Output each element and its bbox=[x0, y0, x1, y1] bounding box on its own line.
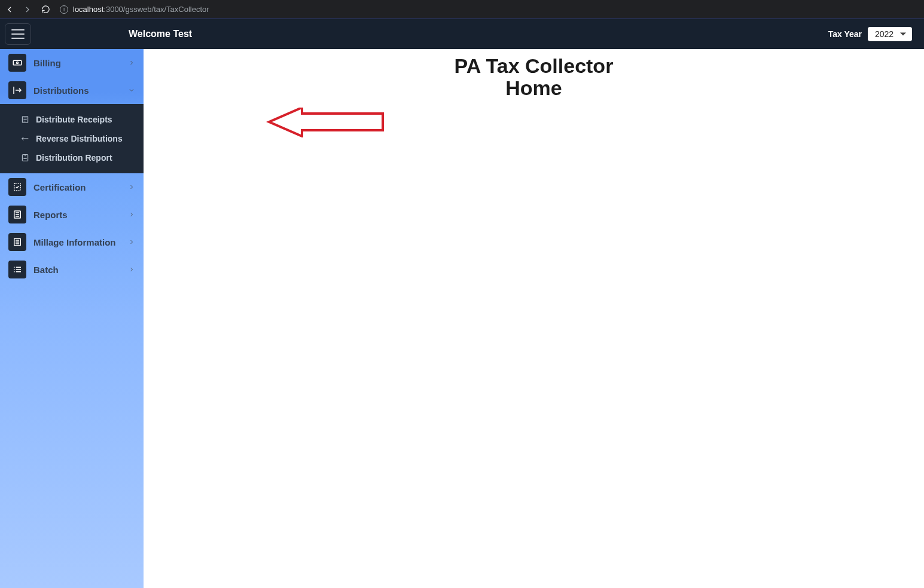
sidebar-item-batch[interactable]: Batch bbox=[0, 256, 144, 283]
hamburger-menu-button[interactable] bbox=[5, 23, 31, 45]
sidebar-item-label: Distributions bbox=[33, 85, 89, 96]
chevron-right-icon bbox=[128, 265, 135, 275]
sidebar-item-certification[interactable]: Certification bbox=[0, 173, 144, 201]
page-title-line1: PA Tax Collector bbox=[235, 55, 833, 77]
batch-icon bbox=[8, 261, 26, 278]
svg-point-1 bbox=[17, 62, 19, 64]
sidebar-item-billing[interactable]: Billing bbox=[0, 49, 144, 76]
sidebar-item-label: Batch bbox=[33, 265, 59, 275]
sidebar-item-distributions[interactable]: Distributions bbox=[0, 76, 144, 104]
submenu-item-label: Distribute Receipts bbox=[36, 115, 112, 124]
chevron-right-icon bbox=[128, 210, 135, 220]
submenu-item-label: Reverse Distributions bbox=[36, 134, 123, 143]
tax-year-select[interactable]: 2022 bbox=[868, 27, 912, 41]
page-title-line2: Home bbox=[235, 77, 833, 99]
tax-year-label: Tax Year bbox=[828, 29, 862, 39]
url-host: localhost bbox=[73, 5, 103, 14]
sidebar-item-label: Certification bbox=[33, 182, 86, 192]
main-content: PA Tax Collector Home bbox=[144, 49, 924, 588]
billing-icon bbox=[8, 54, 26, 72]
welcome-text: Welcome Test bbox=[129, 29, 192, 39]
distributions-submenu: Distribute Receipts Reverse Distribution… bbox=[0, 104, 144, 173]
certification-icon bbox=[8, 178, 26, 196]
submenu-item-distribute-receipts[interactable]: Distribute Receipts bbox=[0, 110, 144, 129]
sidebar-item-label: Reports bbox=[33, 210, 68, 220]
nav-back-button[interactable] bbox=[5, 5, 14, 14]
svg-rect-0 bbox=[13, 60, 22, 65]
chevron-down-icon bbox=[128, 85, 135, 96]
sidebar-item-label: Billing bbox=[33, 58, 61, 68]
browser-nav bbox=[5, 5, 50, 14]
sidebar: Billing Distributions Distribute Receipt… bbox=[0, 49, 144, 588]
address-bar[interactable]: i localhost:3000/gssweb/tax/TaxCollector bbox=[57, 5, 919, 14]
nav-reload-button[interactable] bbox=[41, 5, 50, 14]
submenu-item-distribution-report[interactable]: Distribution Report bbox=[0, 148, 144, 167]
distributions-icon bbox=[8, 81, 26, 99]
chevron-right-icon bbox=[128, 237, 135, 247]
browser-bar: i localhost:3000/gssweb/tax/TaxCollector bbox=[0, 0, 924, 19]
submenu-item-label: Distribution Report bbox=[36, 153, 112, 163]
millage-icon bbox=[8, 233, 26, 251]
sidebar-item-label: Millage Information bbox=[33, 237, 116, 247]
sidebar-item-reports[interactable]: Reports bbox=[0, 201, 144, 228]
submenu-item-reverse-distributions[interactable]: Reverse Distributions bbox=[0, 129, 144, 148]
site-info-icon[interactable]: i bbox=[60, 5, 68, 14]
nav-forward-button[interactable] bbox=[23, 5, 32, 14]
chevron-right-icon bbox=[128, 58, 135, 68]
chevron-right-icon bbox=[128, 182, 135, 192]
url-path: :3000/gssweb/tax/TaxCollector bbox=[103, 5, 209, 14]
sidebar-item-millage-information[interactable]: Millage Information bbox=[0, 228, 144, 256]
reports-icon bbox=[8, 206, 26, 223]
app-header: Welcome Test Tax Year 2022 bbox=[0, 19, 924, 49]
annotation-arrow-icon bbox=[266, 108, 386, 137]
